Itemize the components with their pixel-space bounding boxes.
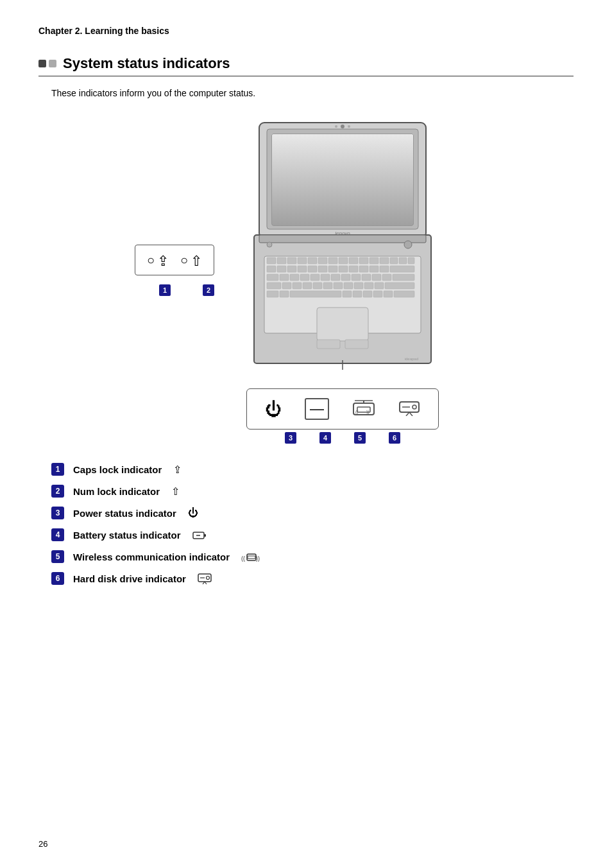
svg-rect-40 [280, 274, 289, 281]
indicator-item-2: 2 Num lock indicator ⇧ [51, 485, 574, 498]
svg-rect-22 [380, 257, 389, 264]
svg-rect-32 [328, 266, 337, 272]
num-4-badge: 4 [319, 432, 331, 444]
chapter-title: Chapter 2. Learning the basics [38, 26, 574, 36]
svg-rect-42 [300, 274, 309, 281]
indicator-item-3: 3 Power status indicator ⏻ [51, 507, 574, 519]
svg-rect-27 [277, 266, 286, 272]
svg-rect-51 [393, 274, 414, 281]
svg-rect-21 [370, 257, 378, 264]
badge-6: 6 [51, 572, 64, 585]
indicator-item-6: 6 Hard disk drive indicator [51, 572, 574, 585]
svg-rect-41 [290, 274, 299, 281]
svg-point-5 [348, 125, 350, 128]
svg-rect-61 [364, 282, 373, 289]
num-1-badge: 1 [159, 284, 171, 296]
svg-rect-24 [399, 257, 407, 264]
svg-rect-11 [267, 257, 276, 264]
indicator-4-icon [192, 529, 207, 541]
section-dots [38, 60, 56, 67]
svg-text:((: (( [241, 555, 245, 562]
indicator-2-icon: ⇧ [171, 485, 180, 498]
svg-rect-17 [328, 257, 337, 264]
svg-rect-23 [390, 257, 398, 264]
wireless-icon-item: (( )) [352, 398, 375, 420]
battery-icon: ― [305, 398, 329, 420]
svg-rect-49 [372, 274, 381, 281]
svg-point-87 [412, 405, 416, 409]
svg-rect-75 [345, 340, 368, 349]
svg-rect-46 [341, 274, 350, 281]
hdd-icon-item [398, 398, 420, 420]
svg-rect-67 [343, 291, 352, 297]
svg-rect-13 [287, 257, 296, 264]
svg-rect-60 [354, 282, 363, 289]
dot-dark [38, 60, 46, 67]
svg-rect-36 [370, 266, 378, 272]
svg-rect-3 [272, 134, 413, 225]
dot-light [49, 60, 56, 67]
badge-1: 1 [51, 463, 64, 476]
svg-rect-45 [331, 274, 340, 281]
num-lock-symbol: ○ ⇧ [180, 252, 202, 268]
badge-2: 2 [51, 485, 64, 498]
section-header: System status indicators [38, 55, 574, 76]
svg-point-76 [404, 241, 412, 248]
svg-text:)): )) [256, 555, 260, 562]
indicator-item-4: 4 Battery status indicator [51, 528, 574, 541]
svg-rect-73 [317, 308, 368, 341]
indicator-item-1: 1 Caps lock indicator ⇪ [51, 463, 574, 476]
num-2-badge: 2 [203, 284, 214, 296]
icon-nums-row: 3 4 5 6 [285, 432, 400, 444]
svg-rect-62 [375, 282, 384, 289]
svg-rect-25 [408, 257, 414, 264]
diagram-area: ○ ⇪ ○ ⇧ 1 2 [38, 116, 574, 444]
indicators-list: 1 Caps lock indicator ⇪ 2 Num lock indic… [51, 463, 574, 585]
page-number: 26 [38, 839, 47, 849]
num-3-badge: 3 [285, 432, 296, 444]
svg-rect-55 [303, 282, 312, 289]
svg-rect-30 [308, 266, 317, 272]
svg-rect-70 [373, 291, 382, 297]
svg-rect-38 [390, 266, 414, 272]
svg-rect-15 [308, 257, 317, 264]
section-description: These indicators inform you of the compu… [51, 88, 574, 98]
bottom-icons-area: ⏻ ― [246, 388, 439, 444]
wireless-icon: (( )) [352, 398, 375, 420]
svg-rect-39 [267, 274, 278, 281]
svg-rect-20 [359, 257, 368, 264]
svg-rect-37 [380, 266, 389, 272]
svg-rect-9 [259, 235, 426, 243]
indicator-2-label: Num lock indicator [73, 486, 160, 497]
svg-rect-31 [318, 266, 327, 272]
indicator-5-icon: (( )) [241, 551, 262, 562]
caps-num-lock-box: ○ ⇪ ○ ⇧ [135, 245, 214, 275]
svg-rect-71 [384, 291, 393, 297]
svg-rect-57 [323, 282, 332, 289]
badge-5: 5 [51, 550, 64, 563]
svg-rect-43 [310, 274, 319, 281]
indicator-3-icon: ⏻ [188, 507, 198, 519]
svg-rect-16 [318, 257, 327, 264]
svg-rect-58 [334, 282, 343, 289]
svg-rect-66 [290, 291, 341, 297]
indicator-4-label: Battery status indicator [73, 530, 181, 541]
power-icon-item: ⏻ [265, 399, 282, 419]
svg-rect-92 [204, 534, 206, 537]
svg-rect-47 [352, 274, 361, 281]
svg-rect-56 [313, 282, 322, 289]
hdd-icon [398, 398, 420, 420]
svg-rect-29 [298, 266, 307, 272]
num-lock-indicator-item: ○ ⇧ [180, 252, 202, 268]
num-6-badge: 6 [389, 432, 400, 444]
indicator-5-label: Wireless communication indicator [73, 551, 230, 562]
battery-icon-item: ― [305, 398, 329, 420]
svg-rect-34 [349, 266, 358, 272]
svg-point-4 [341, 125, 344, 128]
laptop-diagram: lenovo [208, 116, 477, 444]
svg-rect-28 [287, 266, 296, 272]
svg-rect-74 [317, 340, 340, 349]
svg-rect-59 [344, 282, 353, 289]
svg-rect-53 [282, 282, 291, 289]
indicator-item-5: 5 Wireless communication indicator (( )) [51, 550, 574, 563]
